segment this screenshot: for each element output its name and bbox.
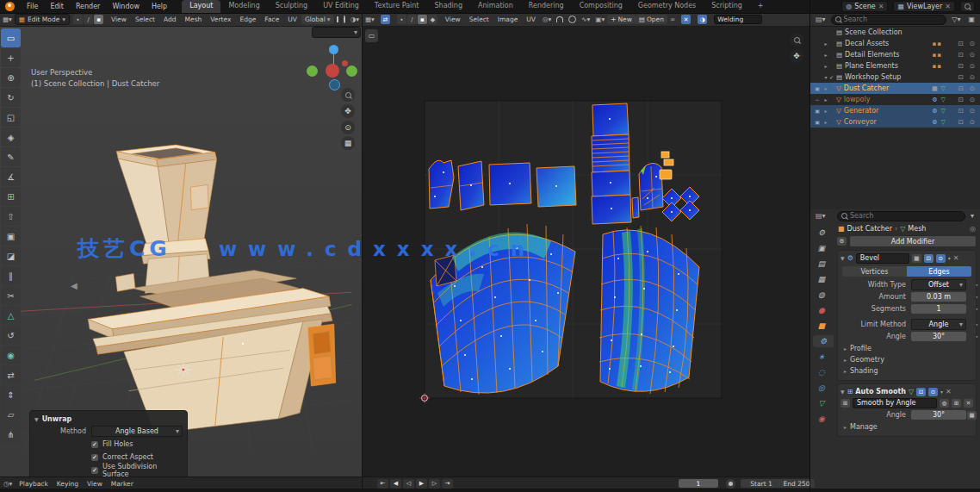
- outliner-row[interactable]: ▣ ▸ Conveyor: [810, 116, 980, 128]
- outliner-options-icon[interactable]: ▣: [968, 16, 975, 23]
- viewport-options-dropdown[interactable]: ▾: [312, 27, 361, 38]
- snap-magnet-icon[interactable]: [337, 16, 338, 22]
- expand-arrow-icon[interactable]: ▸: [822, 119, 829, 125]
- editor-divider[interactable]: [362, 13, 363, 489]
- proportional-editing-icon[interactable]: [344, 16, 345, 23]
- axis-x-ball[interactable]: [326, 64, 339, 78]
- attribute-toggle-icon[interactable]: ▦: [967, 411, 977, 420]
- topbar-menu[interactable]: Render: [70, 3, 106, 10]
- face-select-button[interactable]: ▪: [94, 15, 103, 24]
- workspace-tab[interactable]: Geometry Nodes: [630, 0, 704, 13]
- viewport-menu[interactable]: Add: [159, 16, 181, 23]
- properties-tab[interactable]: ●: [813, 304, 830, 316]
- hide-viewport-icon[interactable]: [958, 118, 963, 126]
- timeline-menu[interactable]: Marker: [107, 480, 138, 488]
- edit-mode-toggle-icon[interactable]: ▦: [912, 254, 921, 263]
- viewport-menu[interactable]: UV: [283, 16, 301, 23]
- outliner-row[interactable]: Scene Collection: [810, 27, 980, 38]
- modifier-dropdown-icon[interactable]: ⚙: [837, 237, 847, 246]
- uv-menu[interactable]: Select: [465, 16, 493, 23]
- outliner-row[interactable]: ▣ ▸ Generator: [810, 105, 980, 116]
- stencil-mask-button[interactable]: ✕: [681, 15, 691, 24]
- display-channels-button[interactable]: ◑: [698, 15, 707, 24]
- snap-magnet-icon[interactable]: [556, 16, 563, 22]
- limit-method-dropdown[interactable]: Angle▾: [911, 319, 966, 330]
- viewport-menu[interactable]: Mesh: [181, 16, 207, 23]
- pivot-point-icon[interactable]: ◎▾: [543, 16, 551, 23]
- tool-button[interactable]: ⊞: [1, 187, 21, 206]
- expand-arrow-icon[interactable]: ▾: [822, 74, 829, 80]
- topbar-menu[interactable]: Window: [106, 3, 146, 10]
- checkbox-row[interactable]: ✓ Use Subdivision Surface: [34, 464, 183, 476]
- browse-image-icon[interactable]: ▣▾: [595, 16, 605, 23]
- affect-vertices-button[interactable]: Vertices: [842, 266, 907, 277]
- tool-button[interactable]: ◱: [1, 108, 21, 127]
- workspace-tab[interactable]: Rendering: [521, 0, 572, 13]
- pin-icon[interactable]: ◎: [970, 225, 976, 233]
- checkbox[interactable]: ✓: [91, 454, 98, 461]
- collapsed-section[interactable]: ▸Shading: [840, 365, 973, 377]
- unlink-icon[interactable]: ✕: [945, 3, 951, 10]
- expand-arrow-icon[interactable]: ▸: [822, 85, 829, 91]
- uv-face-select-button[interactable]: ▪: [418, 15, 427, 24]
- timeline-menu[interactable]: View: [83, 480, 107, 488]
- unlink-icon[interactable]: ✕: [964, 399, 973, 408]
- disable-render-icon[interactable]: [970, 62, 975, 70]
- workspace-tab[interactable]: +: [750, 0, 772, 13]
- tool-button[interactable]: ⇄: [1, 365, 21, 384]
- tool-button[interactable]: ▭: [1, 28, 21, 47]
- collection-checkbox[interactable]: ✓: [829, 74, 835, 80]
- hide-viewport-icon[interactable]: [958, 96, 963, 103]
- orthographic-grid-icon[interactable]: ▦: [341, 136, 355, 150]
- modifier-name-field[interactable]: Bevel: [856, 253, 909, 264]
- playback-button[interactable]: ⇤: [377, 479, 388, 489]
- proportional-editing-icon[interactable]: [568, 16, 576, 23]
- width-type-dropdown[interactable]: Offset▾: [911, 279, 966, 290]
- uv-menu[interactable]: View: [441, 16, 465, 23]
- angle-slider[interactable]: 30°: [911, 332, 966, 341]
- expand-arrow-icon[interactable]: ▸: [822, 97, 829, 103]
- segments-slider[interactable]: 1: [911, 304, 966, 314]
- viewport-menu[interactable]: Select: [131, 16, 159, 23]
- playback-button[interactable]: ▷: [429, 479, 440, 489]
- outliner-row[interactable]: ▸ Detail Elements: [810, 49, 980, 60]
- tool-button[interactable]: ↻: [1, 88, 21, 107]
- edge-select-button[interactable]: /: [84, 15, 93, 24]
- frame-start-field[interactable]: Start 1: [741, 479, 782, 488]
- expand-arrow-icon[interactable]: ▸: [822, 108, 829, 114]
- hide-viewport-icon[interactable]: [958, 73, 963, 81]
- chevron-down-icon[interactable]: ▼: [840, 389, 845, 395]
- properties-search[interactable]: Search: [837, 211, 965, 221]
- checkbox[interactable]: ✓: [91, 441, 98, 448]
- properties-tab[interactable]: ■: [813, 320, 830, 332]
- tool-button[interactable]: △: [1, 306, 21, 325]
- unwrap-operator-panel[interactable]: ▼ Unwrap Method Angle Based▾ ✓ Fill Hole…: [29, 410, 188, 476]
- workspace-tab[interactable]: Modeling: [220, 0, 267, 13]
- properties-tab[interactable]: ▦: [813, 273, 830, 285]
- method-dropdown[interactable]: Angle Based▾: [91, 426, 183, 437]
- uv-select-tool-button[interactable]: ▭: [365, 29, 378, 42]
- add-modifier-button[interactable]: Add Modifier: [849, 235, 977, 247]
- hide-viewport-icon[interactable]: [958, 40, 963, 47]
- properties-tab[interactable]: ▣: [813, 242, 830, 254]
- pan-hand-icon[interactable]: ✥: [790, 49, 803, 63]
- uv-sync-select-button[interactable]: ⇄: [381, 15, 390, 24]
- chevron-down-icon[interactable]: ▼: [34, 416, 39, 422]
- uv-editor-canvas[interactable]: ▭ ✥: [363, 26, 809, 476]
- affect-edges-button[interactable]: Edges: [907, 266, 971, 277]
- timeline-menu[interactable]: Playback: [15, 480, 52, 488]
- render-toggle-icon[interactable]: ⊙: [928, 388, 938, 396]
- tool-button[interactable]: ◪: [1, 246, 21, 265]
- link-icon[interactable]: ∞: [670, 16, 675, 23]
- amount-slider[interactable]: 0.03 m: [911, 292, 966, 302]
- uv-vertex-select-button[interactable]: ∙: [397, 15, 406, 24]
- tool-button[interactable]: ⋔: [1, 425, 21, 444]
- workspace-tab[interactable]: Sculpting: [268, 0, 315, 13]
- viewport-menu[interactable]: View: [107, 16, 131, 23]
- tool-button[interactable]: ∡: [1, 167, 21, 186]
- axis-z-neg-ball[interactable]: [329, 79, 340, 90]
- image-name-field[interactable]: [714, 15, 762, 24]
- orientation-dropdown[interactable]: Global ▾: [301, 15, 334, 24]
- tool-button[interactable]: ✎: [1, 147, 21, 166]
- playback-button[interactable]: ◁: [403, 479, 414, 489]
